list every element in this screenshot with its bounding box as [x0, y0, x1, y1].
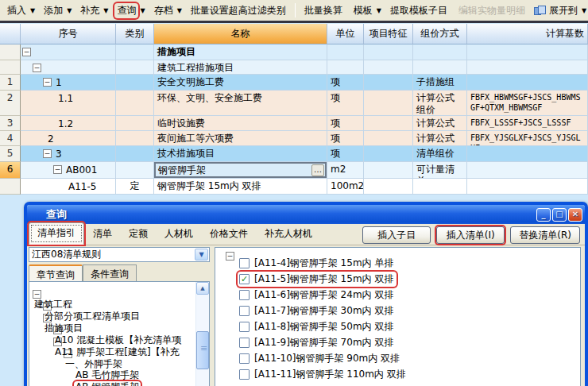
tab-人材机[interactable]: 人材机 [157, 224, 201, 245]
pricing-cell[interactable]: 计算公式组价 [413, 91, 467, 116]
checkbox-unchecked[interactable] [239, 290, 250, 300]
unit-cell[interactable]: 项 [327, 116, 364, 131]
tree-expander-icon[interactable]: − [43, 149, 52, 158]
tree-node[interactable]: −建筑工程 [33, 286, 74, 299]
tab-定额[interactable]: 定额 [121, 224, 156, 245]
toolbar-item-补充[interactable]: 补充▼ [75, 2, 110, 20]
basis-cell[interactable] [467, 75, 588, 91]
table-row[interactable]: 6−AB001钢管脚手架…m2可计量清单 [0, 162, 588, 179]
basis-cell[interactable] [467, 60, 588, 75]
table-row[interactable]: 1−1安全文明施工费项子措施组价 [0, 75, 588, 91]
name-cell[interactable]: 钢管脚手架… [154, 162, 327, 179]
toolbar-item-展开到[interactable]: 展开到▼ [532, 2, 588, 20]
list-item[interactable]: [A11-11]钢管脚手架 110m内 双排 [238, 366, 409, 382]
row-number-cell[interactable] [0, 179, 21, 195]
table-row[interactable]: 21.1环保、文明、安全施工费项计算公式组价FBFX_HBWMSGF+JSCS_… [0, 91, 588, 116]
feature-cell[interactable] [364, 75, 413, 91]
checkbox-checked[interactable]: ✓ [239, 274, 250, 284]
name-cell[interactable]: 措施项目 [154, 44, 327, 60]
toolbar-item-查询[interactable]: 查询▼ [112, 2, 147, 20]
list-item[interactable]: ✓[A11-5]钢管脚手架 15m内 双排 [238, 271, 397, 287]
row-number-cell[interactable]: 3 [0, 116, 21, 131]
unit-cell[interactable]: 项 [327, 91, 364, 116]
tab-补充人材机[interactable]: 补充人材机 [257, 224, 320, 245]
row-number-cell[interactable]: 4 [0, 131, 21, 146]
serial-cell[interactable]: 2 [21, 131, 116, 146]
serial-cell[interactable]: 1.1 [21, 91, 116, 116]
basis-cell[interactable]: FBFX_HBWMSGF+JSCS_HBWMSGF+QTXM_HBWMSGF [467, 91, 588, 116]
pricing-cell[interactable]: 计算公式组价 [413, 131, 467, 146]
tree-expander-icon[interactable]: − [43, 78, 52, 87]
checkbox-unchecked[interactable] [239, 338, 250, 348]
category-cell[interactable] [116, 75, 154, 91]
feature-cell[interactable] [364, 179, 413, 195]
list-root-expander[interactable]: − [226, 252, 234, 261]
chevron-down-icon[interactable]: ▼ [195, 249, 208, 261]
name-cell[interactable]: 安全文明施工费 [154, 75, 327, 91]
basis-cell[interactable] [467, 44, 588, 60]
ellipsis-button[interactable]: … [311, 164, 324, 176]
serial-cell[interactable]: −AB001 [21, 162, 116, 179]
checkbox-unchecked[interactable] [239, 258, 250, 268]
category-cell[interactable] [116, 131, 154, 146]
unit-cell[interactable]: 项 [327, 146, 364, 162]
row-number-cell[interactable]: 1 [0, 75, 21, 91]
name-cell[interactable]: 临时设施费 [154, 116, 327, 131]
pricing-cell[interactable]: 计算公式组价 [413, 116, 467, 131]
serial-cell[interactable]: − [21, 60, 116, 75]
row-number-cell[interactable]: 6 [0, 162, 21, 179]
checkbox-unchecked[interactable] [239, 369, 250, 380]
toolbar-item-批量设置超高过滤类别[interactable]: 批量设置超高过滤类别 [186, 2, 291, 20]
basis-cell[interactable] [467, 179, 588, 195]
unit-cell[interactable]: 项 [327, 131, 364, 146]
unit-cell[interactable]: m2 [327, 162, 364, 179]
unit-cell[interactable] [327, 60, 364, 75]
category-cell[interactable] [116, 44, 154, 60]
name-cell-editor[interactable]: 钢管脚手架… [154, 162, 327, 178]
unit-cell[interactable] [327, 44, 364, 60]
serial-cell[interactable]: −1 [21, 75, 116, 91]
table-row[interactable]: −建筑工程措施项目 [0, 60, 588, 75]
checkbox-unchecked[interactable] [239, 322, 250, 332]
category-cell[interactable] [116, 162, 154, 179]
dialog-titlebar[interactable]: 查询 _ □ ✕ [27, 205, 585, 224]
toolbar-item-模板[interactable]: 模板▼ [349, 2, 384, 20]
name-cell[interactable]: 环保、文明、安全施工费 [154, 91, 327, 116]
maximize-icon[interactable]: □ [552, 208, 567, 222]
tab-清单[interactable]: 清单 [85, 224, 120, 245]
row-number-cell[interactable] [0, 60, 21, 75]
feature-cell[interactable] [364, 131, 413, 146]
serial-cell[interactable]: −3 [21, 146, 116, 162]
feature-cell[interactable] [364, 60, 413, 75]
basis-cell[interactable] [467, 146, 588, 162]
serial-cell[interactable]: A11-5 [21, 179, 116, 195]
feature-cell[interactable] [364, 44, 413, 60]
name-cell[interactable]: 建筑工程措施项目 [154, 60, 327, 75]
table-row[interactable]: A11-5定钢管脚手架 15m内 双排100m2 [0, 179, 588, 195]
table-row[interactable]: 31.2临时设施费项计算公式组价FBFX_LSSSF+JSCS_LSSSF [0, 116, 588, 131]
basis-cell[interactable]: FBFX_LSSSF+JSCS_LSSSF [467, 116, 588, 131]
toolbar-item-存档[interactable]: 存档▼ [149, 2, 184, 20]
row-number-cell[interactable]: 2 [0, 91, 21, 116]
category-cell[interactable] [116, 91, 154, 116]
table-row[interactable]: 5−3技术措施项目项清单组价 [0, 146, 588, 162]
minimize-icon[interactable]: _ [536, 208, 551, 222]
tree-scrollbar[interactable]: ▲ [195, 282, 209, 386]
pricing-cell[interactable]: 清单组价 [413, 146, 467, 162]
feature-cell[interactable] [364, 116, 413, 131]
toolbar-item-提取模板子目[interactable]: 提取模板子目 [385, 2, 452, 20]
table-row[interactable]: 42夜间施工等六项费项计算公式组价FBFX_YJSGLXF+JSCS_YJSGL… [0, 131, 588, 146]
category-cell[interactable]: 定 [116, 179, 154, 195]
pricing-cell[interactable] [413, 60, 467, 75]
pricing-cell[interactable] [413, 44, 467, 60]
name-cell[interactable]: 技术措施项目 [154, 146, 327, 162]
button-替换清单(R)[interactable]: 替换清单(R) [510, 226, 580, 244]
row-number-cell[interactable] [0, 44, 21, 60]
checkbox-unchecked[interactable] [239, 353, 250, 364]
category-cell[interactable] [116, 146, 154, 162]
tree-expander-icon[interactable]: − [53, 165, 62, 174]
category-cell[interactable] [116, 116, 154, 131]
unit-cell[interactable]: 项 [327, 75, 364, 91]
toolbar-item-添加[interactable]: 添加▼ [39, 2, 74, 20]
list-item[interactable]: [A11-10]钢管脚手架 90m内 双排 [238, 350, 403, 366]
